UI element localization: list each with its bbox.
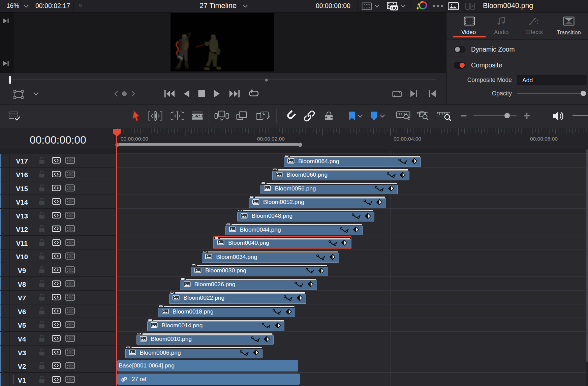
svg-text:HQ: HQ — [391, 6, 397, 10]
